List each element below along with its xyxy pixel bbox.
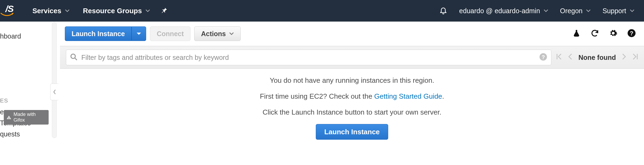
page-first-icon — [556, 53, 562, 62]
top-nav: /S Services Resource Groups eduardo @ ed… — [0, 0, 644, 22]
getting-started-link[interactable]: Getting Started Guide — [374, 92, 442, 100]
flask-icon[interactable] — [572, 29, 581, 39]
caret-down-icon — [544, 9, 548, 12]
actions-label: Actions — [201, 30, 226, 38]
launch-instance-label: Launch Instance — [72, 30, 125, 38]
sidebar-item[interactable]: hboard — [0, 31, 49, 42]
pagination-status: None found — [578, 54, 616, 61]
caret-down-icon — [586, 9, 591, 12]
nav-region[interactable]: Oregon — [560, 7, 591, 15]
sidebar-item[interactable]: quests — [0, 129, 49, 140]
page-prev-icon — [568, 53, 572, 62]
svg-point-2 — [71, 54, 75, 59]
gifox-badge: Made with Gifox — [4, 110, 49, 125]
caret-down-icon — [65, 9, 69, 12]
pagination: None found — [556, 53, 638, 62]
toolbar: Launch Instance Connect Actions — [60, 22, 644, 46]
actions-button[interactable]: Actions — [194, 26, 241, 41]
empty-line-2: First time using EC2? Check out the Gett… — [60, 92, 644, 101]
nav-services-label: Services — [32, 7, 61, 15]
nav-account[interactable]: eduardo @ eduardo-admin — [459, 7, 548, 15]
svg-line-3 — [75, 58, 77, 60]
empty-launch-button[interactable]: Launch Instance — [316, 124, 388, 140]
svg-text:?: ? — [630, 30, 633, 37]
launch-instance-button[interactable]: Launch Instance — [65, 26, 132, 41]
sidebar-scrollbar[interactable] — [49, 22, 60, 165]
toolbar-icons: ? — [572, 29, 644, 39]
filter-help-icon[interactable]: ? — [539, 53, 547, 62]
nav-right: eduardo @ eduardo-admin Oregon Support — [439, 6, 641, 15]
refresh-icon[interactable] — [591, 29, 599, 39]
empty-line-1: You do not have any running instances in… — [60, 76, 644, 85]
sidebar-section-header: ES — [0, 97, 49, 104]
caret-down-icon — [630, 9, 634, 12]
sidebar: hboard ES es Templates quests Made with … — [0, 22, 49, 165]
nav-resource-groups-label: Resource Groups — [83, 7, 142, 15]
connect-label: Connect — [157, 30, 184, 38]
nav-support[interactable]: Support — [602, 7, 634, 15]
nav-services[interactable]: Services — [32, 7, 69, 15]
empty-line-3: Click the Launch Instance button to star… — [60, 108, 644, 116]
nav-support-label: Support — [602, 7, 626, 15]
nav-region-label: Oregon — [560, 7, 582, 15]
sidebar-collapse-handle[interactable] — [50, 84, 58, 100]
page-next-icon — [622, 53, 626, 62]
search-icon — [70, 53, 78, 62]
filter-bar: ? None found — [60, 46, 644, 69]
launch-instance-dropdown[interactable] — [132, 26, 146, 41]
caret-down-icon — [146, 9, 150, 12]
page-last-icon — [632, 53, 638, 62]
nav-resource-groups[interactable]: Resource Groups — [83, 7, 150, 15]
bell-icon[interactable] — [439, 6, 447, 15]
aws-logo[interactable]: /S — [0, 0, 14, 22]
nav-account-label: eduardo @ eduardo-admin — [459, 7, 540, 15]
gear-icon[interactable] — [609, 29, 618, 39]
pin-icon[interactable] — [161, 7, 168, 15]
filter-input[interactable] — [81, 54, 535, 61]
gifox-label: Made with Gifox — [14, 112, 45, 123]
help-icon[interactable]: ? — [627, 29, 636, 39]
connect-button: Connect — [150, 26, 190, 41]
svg-text:?: ? — [542, 54, 545, 60]
empty-state: You do not have any running instances in… — [60, 69, 644, 140]
filter-input-wrap[interactable]: ? — [66, 50, 551, 65]
main-panel: Launch Instance Connect Actions — [60, 22, 644, 165]
